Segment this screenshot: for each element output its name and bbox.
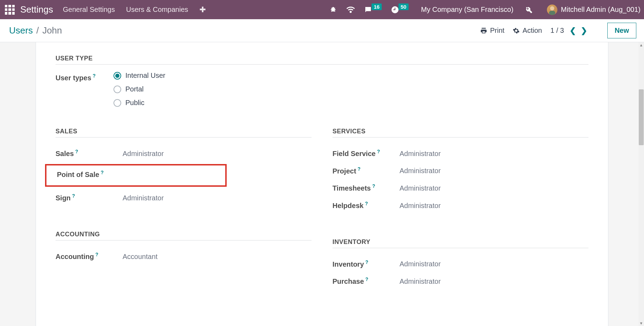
radio-circle-icon bbox=[114, 99, 121, 107]
timesheets-value[interactable]: Administrator bbox=[397, 184, 441, 192]
scroll-down-icon[interactable]: ▼ bbox=[638, 320, 644, 326]
accounting-label: Accounting? bbox=[56, 252, 120, 261]
company-selector[interactable]: My Company (San Francisco) bbox=[421, 6, 514, 14]
breadcrumb-users[interactable]: Users bbox=[9, 25, 33, 36]
timesheets-label: Timesheets? bbox=[332, 183, 397, 192]
section-services-heading: SERVICES bbox=[332, 128, 588, 138]
help-icon[interactable]: ? bbox=[365, 201, 368, 206]
section-accounting-heading: ACCOUNTING bbox=[56, 231, 312, 240]
pager-next-icon[interactable]: ❯ bbox=[579, 26, 588, 35]
form-sheet: USER TYPE User types? Internal User Port… bbox=[36, 42, 608, 326]
breadcrumb: Users / John bbox=[9, 25, 62, 36]
user-types-radio-group: Internal User Portal Public bbox=[114, 72, 166, 107]
section-user-type-heading: USER TYPE bbox=[56, 55, 588, 65]
scroll-thumb[interactable] bbox=[639, 89, 644, 145]
scroll-up-icon[interactable]: ▲ bbox=[638, 42, 644, 48]
sales-value[interactable]: Administrator bbox=[120, 150, 164, 158]
tools-icon[interactable] bbox=[525, 6, 533, 14]
point-of-sale-label: Point of Sale? bbox=[57, 170, 122, 179]
help-icon[interactable]: ? bbox=[72, 193, 75, 199]
nav-users-companies[interactable]: Users & Companies bbox=[126, 6, 188, 14]
help-icon[interactable]: ? bbox=[358, 166, 361, 172]
help-icon[interactable]: ? bbox=[365, 259, 368, 265]
sign-label: Sign? bbox=[56, 193, 120, 202]
pager: 1 / 3 ❮ ❯ bbox=[550, 26, 588, 35]
chat-icon bbox=[364, 6, 372, 14]
highlight-box: Point of Sale? bbox=[45, 164, 227, 187]
control-panel: Users / John Print Action 1 / 3 ❮ ❯ New bbox=[0, 19, 644, 42]
messages-badge: 16 bbox=[372, 3, 382, 10]
accounting-value[interactable]: Accountant bbox=[120, 253, 158, 261]
user-name: Mitchell Admin (Aug_001) bbox=[561, 6, 641, 14]
purchase-label: Purchase? bbox=[332, 276, 397, 286]
activities-badge: 50 bbox=[398, 3, 409, 10]
activities-button[interactable]: 50 bbox=[391, 6, 409, 14]
section-inventory-heading: INVENTORY bbox=[332, 238, 588, 248]
gear-icon bbox=[513, 27, 520, 34]
radio-label: Public bbox=[125, 99, 144, 107]
svg-point-0 bbox=[550, 6, 554, 10]
radio-label: Portal bbox=[125, 85, 144, 93]
radio-portal[interactable]: Portal bbox=[114, 85, 166, 93]
help-icon[interactable]: ? bbox=[75, 149, 78, 154]
sign-value[interactable]: Administrator bbox=[120, 194, 164, 202]
radio-circle-icon bbox=[114, 72, 121, 80]
print-button[interactable]: Print bbox=[480, 27, 504, 35]
app-title: Settings bbox=[20, 4, 53, 15]
help-icon[interactable]: ? bbox=[365, 276, 368, 282]
action-label: Action bbox=[522, 27, 542, 35]
field-service-value[interactable]: Administrator bbox=[397, 150, 441, 158]
messages-button[interactable]: 16 bbox=[364, 6, 382, 14]
print-icon bbox=[480, 27, 487, 34]
radio-circle-icon bbox=[114, 86, 121, 93]
helpdesk-label: Helpdesk? bbox=[332, 201, 397, 210]
plus-icon[interactable]: ✚ bbox=[199, 5, 206, 14]
bug-icon[interactable] bbox=[329, 6, 337, 14]
radio-public[interactable]: Public bbox=[114, 99, 166, 107]
sales-label: Sales? bbox=[56, 149, 120, 158]
purchase-value[interactable]: Administrator bbox=[397, 277, 441, 286]
action-button[interactable]: Action bbox=[513, 27, 542, 35]
svg-rect-1 bbox=[549, 11, 555, 15]
radio-label: Internal User bbox=[125, 72, 166, 80]
apps-icon[interactable] bbox=[5, 5, 15, 15]
section-sales-heading: SALES bbox=[56, 128, 312, 138]
print-label: Print bbox=[490, 27, 504, 35]
inventory-value[interactable]: Administrator bbox=[397, 260, 441, 268]
user-menu[interactable]: Mitchell Admin (Aug_001) bbox=[547, 5, 641, 15]
help-icon[interactable]: ? bbox=[372, 183, 375, 189]
help-icon[interactable]: ? bbox=[93, 73, 96, 79]
top-bar: Settings General Settings Users & Compan… bbox=[0, 0, 644, 19]
radio-internal-user[interactable]: Internal User bbox=[114, 72, 166, 80]
pager-text[interactable]: 1 / 3 bbox=[550, 27, 564, 35]
avatar bbox=[547, 5, 557, 15]
help-icon[interactable]: ? bbox=[101, 170, 104, 175]
nav-general-settings[interactable]: General Settings bbox=[63, 6, 115, 14]
content-area: USER TYPE User types? Internal User Port… bbox=[0, 42, 644, 326]
inventory-label: Inventory? bbox=[332, 259, 397, 268]
scrollbar[interactable]: ▲ ▼ bbox=[638, 42, 644, 326]
project-value[interactable]: Administrator bbox=[397, 167, 441, 175]
help-icon[interactable]: ? bbox=[377, 149, 380, 154]
breadcrumb-current: John bbox=[42, 25, 62, 36]
support-icon[interactable] bbox=[346, 6, 355, 14]
breadcrumb-separator: / bbox=[36, 25, 39, 36]
user-types-label: User types? bbox=[56, 72, 114, 82]
header-icons: 16 50 My Company (San Francisco) Mitchel… bbox=[329, 5, 641, 15]
project-label: Project? bbox=[332, 166, 397, 175]
field-service-label: Field Service? bbox=[332, 149, 397, 158]
pager-prev-icon[interactable]: ❮ bbox=[568, 26, 577, 35]
clock-icon bbox=[391, 6, 399, 14]
help-icon[interactable]: ? bbox=[95, 252, 98, 257]
helpdesk-value[interactable]: Administrator bbox=[397, 202, 441, 210]
new-button[interactable]: New bbox=[607, 23, 636, 38]
